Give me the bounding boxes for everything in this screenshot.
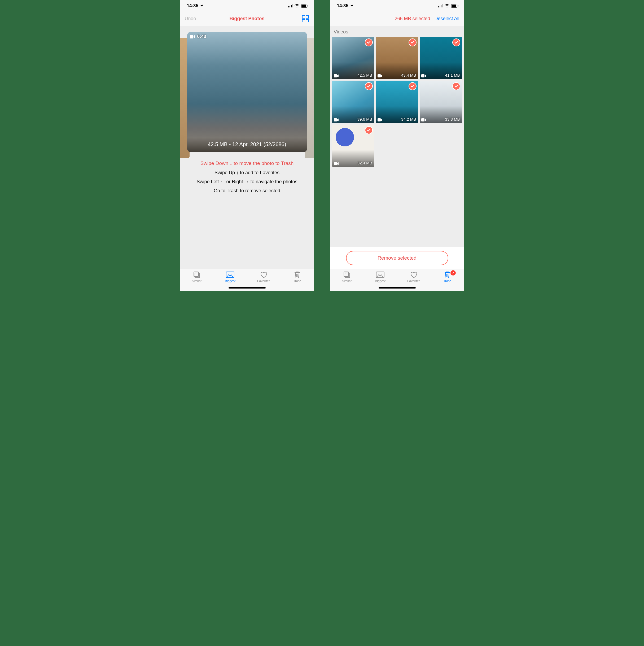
svg-rect-5 [302,19,305,22]
cellular-icon [438,4,443,7]
status-bar: 14:35 [330,0,464,12]
svg-rect-16 [421,74,424,78]
video-grid: 42.5 MB 43.4 MB 41.1 MB 39.6 MB [330,37,464,247]
video-icon [334,162,339,165]
tab-label: Favorites [257,279,270,283]
video-size: 32.4 MB [357,161,372,165]
hint-swipe-lr: Swipe Left ← or Right → to navigate the … [197,177,297,186]
hint-trash: Go to Trash to remove selected [197,186,297,195]
video-icon [334,74,339,78]
video-icon [421,118,426,121]
undo-button[interactable]: Undo [185,16,196,21]
home-indicator[interactable] [379,287,416,289]
status-bar: 14:35 [180,0,314,12]
selected-check-icon[interactable] [409,38,417,46]
video-duration: 0:43 [197,34,206,39]
video-thumb[interactable]: 42.5 MB [332,37,374,79]
svg-rect-19 [421,118,424,121]
svg-rect-1 [302,4,306,7]
selected-check-icon[interactable] [365,126,373,134]
video-size: 41.1 MB [445,73,460,78]
swipe-hints: Swipe Down ↓ to move the photo to Trash … [197,158,297,196]
section-header-videos: Videos [330,26,464,37]
tab-trash[interactable]: Trash 7 [431,271,464,291]
location-icon [200,4,204,8]
tab-label: Trash [443,279,451,283]
video-thumb[interactable]: 39.6 MB [332,81,374,123]
selected-check-icon[interactable] [365,38,373,46]
remove-bar: Remove selected [330,247,464,269]
battery-icon [451,4,458,8]
nav-bar: 266 MB selected Deselect All [330,12,464,26]
video-icon [378,74,382,78]
tab-similar[interactable]: Similar [180,271,214,291]
svg-rect-17 [334,118,337,121]
selected-check-icon[interactable] [452,82,460,90]
video-size: 43.4 MB [401,73,416,78]
svg-rect-7 [190,35,193,38]
video-size: 42.5 MB [357,73,372,78]
hint-swipe-up: Swipe Up ↑ to add to Favorites [197,168,297,177]
svg-rect-22 [345,273,350,278]
hint-swipe-down: Swipe Down ↓ to move the photo to Trash [197,158,297,168]
page-title: Biggest Photos [180,16,314,21]
tab-label: Biggest [225,279,235,283]
tab-label: Similar [342,279,351,283]
grid-view-button[interactable] [302,15,309,23]
remove-selected-button[interactable]: Remove selected [346,251,448,265]
svg-rect-8 [194,272,199,277]
location-icon [350,4,354,8]
video-icon [421,74,426,78]
tab-trash[interactable]: Trash [281,271,314,291]
photo-meta: 42.5 MB - 12 Apr, 2021 (52/2686) [187,138,307,152]
svg-rect-4 [306,16,309,18]
svg-rect-6 [306,19,309,22]
wifi-icon [295,4,299,8]
swipe-area[interactable]: 0:43 42.5 MB - 12 Apr, 2021 (52/2686) Sw… [180,26,314,269]
status-time: 14:35 [187,3,198,8]
svg-rect-2 [308,5,308,7]
selection-size-label: 266 MB selected [395,16,430,21]
selected-check-icon[interactable] [365,82,373,90]
video-icon [190,35,195,38]
svg-rect-13 [458,5,458,7]
nav-bar: Undo Biggest Photos [180,12,314,26]
phone-trash: 14:35 266 MB selected Deselect All Video… [330,0,464,291]
svg-rect-3 [302,16,305,18]
video-size: 33.3 MB [445,117,460,121]
tab-label: Biggest [375,279,386,283]
phone-biggest-photos: 14:35 Undo Biggest Photos [180,0,314,291]
tab-label: Similar [192,279,202,283]
svg-rect-12 [451,4,456,7]
video-icon [378,118,382,121]
svg-rect-14 [334,74,337,78]
battery-icon [301,4,308,8]
video-size: 39.6 MB [357,117,372,121]
video-thumb[interactable]: 43.4 MB [376,37,418,79]
selected-check-icon[interactable] [452,38,460,46]
video-thumb[interactable]: 34.2 MB [376,81,418,123]
home-indicator[interactable] [228,287,266,289]
video-thumb[interactable]: 33.3 MB [420,81,462,123]
tab-label: Favorites [407,279,420,283]
trash-badge: 7 [450,270,456,276]
svg-rect-20 [334,162,337,165]
tab-similar[interactable]: Similar [330,271,364,291]
svg-rect-9 [195,273,200,278]
current-photo[interactable]: 0:43 42.5 MB - 12 Apr, 2021 (52/2686) [187,32,307,152]
video-size: 34.2 MB [401,117,416,121]
tab-label: Trash [293,279,301,283]
deselect-all-button[interactable]: Deselect All [434,16,459,21]
video-thumb[interactable]: 32.4 MB [332,125,374,167]
svg-rect-21 [344,272,349,277]
svg-rect-15 [378,74,381,78]
cellular-icon [288,4,293,7]
video-icon [334,118,339,121]
wifi-icon [445,4,449,8]
video-thumb[interactable]: 41.1 MB [420,37,462,79]
selected-check-icon[interactable] [409,82,417,90]
svg-rect-18 [378,118,381,121]
status-time: 14:35 [337,3,348,8]
